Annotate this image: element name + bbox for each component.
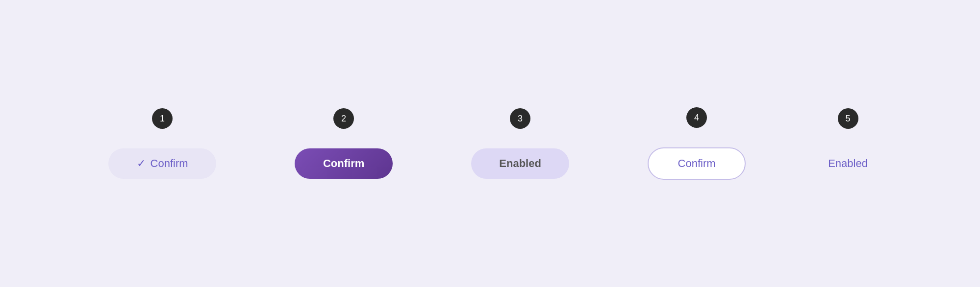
badge-1: 1 (152, 108, 173, 129)
variant-group-3: 3 Enabled (471, 108, 569, 179)
confirm-button-outlined[interactable]: Confirm (648, 147, 746, 180)
badge-3: 3 (510, 108, 530, 129)
variant-group-4: 4 Confirm (648, 107, 746, 180)
enabled-button-ghost[interactable]: Enabled (824, 148, 872, 179)
enabled-button-light[interactable]: Enabled (471, 148, 569, 179)
badge-5: 5 (838, 108, 858, 129)
showcase-container: 1 ✓ Confirm 2 Confirm 3 Enabled 4 Confir… (0, 107, 980, 180)
badge-2: 2 (333, 108, 354, 129)
variant-group-2: 2 Confirm (295, 108, 393, 179)
check-icon: ✓ (137, 157, 146, 170)
confirm-button-filled[interactable]: Confirm (295, 148, 393, 179)
badge-4: 4 (686, 107, 707, 128)
variant-group-1: 1 ✓ Confirm (108, 108, 216, 179)
variant-group-5: 5 Enabled (824, 108, 872, 179)
confirm-button-checked[interactable]: ✓ Confirm (108, 148, 216, 179)
